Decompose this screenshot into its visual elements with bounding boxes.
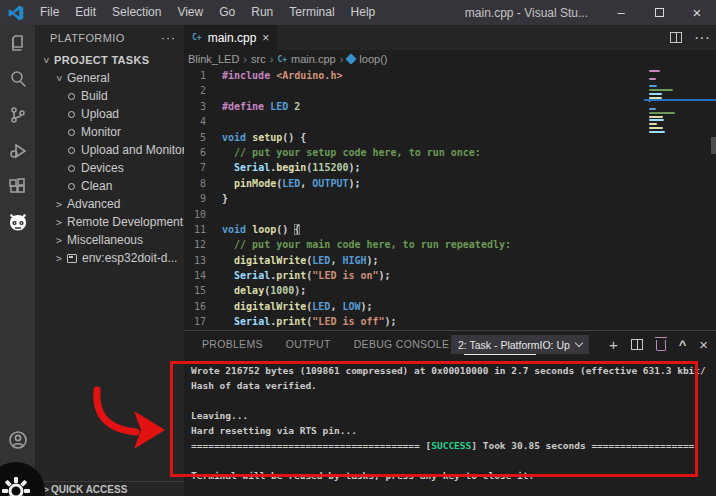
terminal-line: Terminal will be reused by tasks, press …: [191, 468, 716, 483]
breadcrumb-item[interactable]: Blink_LED: [188, 53, 239, 65]
code-line: 1#include <Arduino.h>: [184, 68, 716, 83]
terminal-line: Wrote 216752 bytes (109861 compressed) a…: [191, 363, 716, 378]
code-text: Serial.print("LED is on");: [222, 268, 391, 283]
panel-tab-debug-console[interactable]: DEBUG CONSOLE: [346, 333, 458, 354]
code-line: 10: [184, 207, 716, 222]
sidebar-item-search[interactable]: [0, 61, 35, 97]
minimap-line: [649, 119, 664, 121]
breadcrumb-chevron-icon: ›: [243, 53, 247, 65]
line-number: 16: [184, 299, 206, 314]
sidebar-item-extensions[interactable]: [0, 169, 35, 205]
sidebar-item-general[interactable]: >General: [35, 69, 184, 87]
panel-close-icon[interactable]: ×: [699, 336, 708, 353]
line-number: 8: [184, 176, 206, 191]
cpp-file-icon: C+: [277, 55, 287, 64]
task-circle-icon: [68, 183, 75, 190]
code-line: 13 digitalWrite(LED, HIGH);: [184, 253, 716, 268]
line-number: 12: [184, 237, 206, 252]
terminal-selector-label: 2: Task - PlatformIO: Up: [458, 339, 570, 351]
sidebar-item-clean[interactable]: Clean: [35, 177, 184, 195]
sidebar-item-build[interactable]: Build: [35, 87, 184, 105]
minimap-line: [649, 93, 662, 95]
sidebar-item-monitor[interactable]: Monitor: [35, 123, 184, 141]
symbol-method-icon: [346, 53, 357, 64]
account-button[interactable]: [0, 422, 35, 458]
minimap-line: [649, 89, 673, 91]
line-number: 17: [184, 314, 206, 329]
menu-run[interactable]: Run: [243, 0, 281, 25]
quick-access-section[interactable]: > QUICK ACCESS: [35, 481, 184, 496]
more-actions-icon[interactable]: ···: [161, 31, 176, 45]
menu-file[interactable]: File: [32, 0, 67, 25]
editor-more-actions-icon[interactable]: ···: [694, 29, 710, 47]
code-line: 9}: [184, 191, 716, 206]
tab-label: main.cpp: [208, 31, 257, 45]
panel-tab-output[interactable]: OUTPUT: [278, 333, 339, 354]
quick-access-label: QUICK ACCESS: [51, 484, 127, 495]
sidebar-item-platformio[interactable]: [0, 205, 35, 241]
menu-selection[interactable]: Selection: [104, 0, 169, 25]
sidebar-item-upload[interactable]: Upload: [35, 105, 184, 123]
terminal-line: Hard resetting via RTS pin...: [191, 423, 716, 438]
sidebar-item-explorer[interactable]: [0, 25, 35, 61]
minimize-icon[interactable]: –: [602, 0, 640, 25]
code-text: digitalWrite(LED, LOW);: [222, 299, 373, 314]
split-editor-icon[interactable]: [670, 32, 682, 43]
menu-edit[interactable]: Edit: [67, 0, 104, 25]
breadcrumb-label: Blink_LED: [188, 53, 239, 65]
breadcrumb-item[interactable]: src: [251, 53, 266, 65]
sidebar-item-remote-development[interactable]: >Remote Development: [35, 213, 184, 231]
terminal-output[interactable]: Wrote 216752 bytes (109861 compressed) a…: [184, 356, 716, 496]
terminal-line: Leaving...: [191, 408, 716, 423]
kill-terminal-icon[interactable]: [656, 337, 666, 351]
editor-scrollbar[interactable]: [711, 137, 716, 154]
panel-tab-problems[interactable]: PROBLEMS: [194, 333, 271, 354]
tab-main-cpp[interactable]: C+ main.cpp ×: [184, 25, 277, 50]
code-line: 5void setup() {: [184, 130, 716, 145]
tree-chevron-icon: >: [54, 217, 64, 228]
sidebar-platformio: PLATFORMIO ··· >PROJECT TASKS>GeneralBui…: [35, 25, 184, 496]
chevron-down-icon: [575, 339, 583, 347]
minimap-line: [649, 70, 660, 72]
maximize-icon[interactable]: [640, 0, 678, 25]
breadcrumb-item[interactable]: C+main.cpp: [277, 53, 335, 65]
code-text: digitalWrite(LED, HIGH);: [222, 253, 379, 268]
minimap[interactable]: [649, 70, 705, 135]
code-text: pinMode(LED, OUTPUT);: [222, 176, 361, 191]
menu-view[interactable]: View: [169, 0, 211, 25]
code-text: #define LED 2: [222, 99, 300, 114]
tree-item-label: Miscellaneous: [67, 233, 143, 247]
breadcrumb: Blink_LED›src›C+main.cpp›loop(): [184, 50, 716, 68]
minimap-line: [649, 108, 656, 110]
line-number: 11: [184, 222, 206, 237]
code-text: // put your main code here, to run repea…: [222, 237, 511, 252]
sidebar-item-env-esp32doit-d[interactable]: >env:esp32doit-d...: [35, 249, 184, 267]
terminal-line: [191, 453, 716, 468]
close-icon[interactable]: ×: [678, 0, 716, 25]
tree-item-label: Remote Development: [67, 215, 183, 229]
sidebar-item-project-tasks[interactable]: >PROJECT TASKS: [35, 51, 184, 69]
sidebar-item-devices[interactable]: Devices: [35, 159, 184, 177]
sidebar-item-upload-and-monitor[interactable]: Upload and Monitor: [35, 141, 184, 159]
tree-item-label: PROJECT TASKS: [54, 54, 149, 66]
sidebar-item-miscellaneous[interactable]: >Miscellaneous: [35, 231, 184, 249]
panel-maximize-icon[interactable]: ^: [679, 337, 687, 352]
extensions-icon: [8, 177, 28, 197]
minimap-line: [649, 131, 665, 133]
env-icon: [67, 254, 77, 263]
menu-terminal[interactable]: Terminal: [281, 0, 342, 25]
terminal-selector-dropdown[interactable]: 2: Task - PlatformIO: Up: [451, 335, 589, 354]
sidebar-item-source-control[interactable]: [0, 97, 35, 133]
tab-close-icon[interactable]: ×: [262, 31, 269, 45]
code-line: 12 // put your main code here, to run re…: [184, 237, 716, 252]
menu-help[interactable]: Help: [343, 0, 384, 25]
breadcrumb-item[interactable]: loop(): [347, 53, 387, 65]
sidebar-item-advanced[interactable]: >Advanced: [35, 195, 184, 213]
code-editor[interactable]: 1#include <Arduino.h>23#define LED 245vo…: [184, 68, 716, 330]
sidebar-item-run-debug[interactable]: [0, 133, 35, 169]
split-terminal-icon[interactable]: [631, 339, 643, 350]
new-terminal-icon[interactable]: +: [609, 336, 618, 353]
menu-go[interactable]: Go: [211, 0, 243, 25]
tree-item-label: General: [67, 71, 110, 85]
code-line: 8 pinMode(LED, OUTPUT);: [184, 176, 716, 191]
